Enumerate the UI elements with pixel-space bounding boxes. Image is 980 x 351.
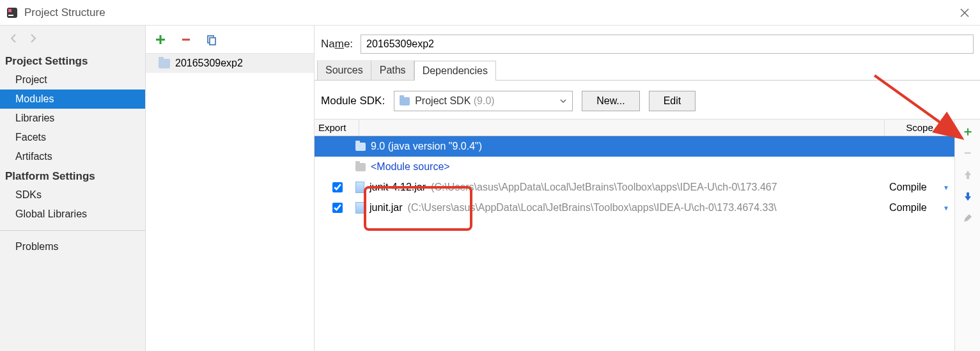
column-scope[interactable]: Scope <box>884 120 954 136</box>
dependency-row-jar[interactable]: junit-4.12.jar (C:\Users\asus\AppData\Lo… <box>315 177 954 198</box>
module-sdk-label: Module SDK: <box>321 95 385 107</box>
svg-rect-1 <box>8 9 12 12</box>
dependency-row-jar[interactable]: junit.jar (C:\Users\asus\AppData\Local\J… <box>315 198 954 218</box>
nav-item-sdks[interactable]: SDKs <box>0 185 145 205</box>
move-down-icon[interactable] <box>959 187 977 205</box>
jar-icon <box>355 182 364 193</box>
nav-item-problems[interactable]: Problems <box>0 237 145 256</box>
add-module-icon[interactable] <box>153 33 167 47</box>
scope-label[interactable]: Compile <box>889 182 927 193</box>
dependency-name: 9.0 (java version "9.0.4") <box>371 141 482 152</box>
project-structure-window: Project Structure Project Settings Proje… <box>0 0 980 351</box>
edit-sdk-button[interactable]: Edit <box>649 91 696 111</box>
add-dependency-icon[interactable]: ＋ <box>959 122 977 140</box>
nav-item-modules[interactable]: Modules <box>0 90 145 109</box>
export-checkbox[interactable] <box>332 203 343 213</box>
nav-item-global-libraries[interactable]: Global Libraries <box>0 205 145 224</box>
intellij-icon <box>5 6 19 20</box>
module-source-folder-icon <box>355 163 366 171</box>
copy-module-icon[interactable] <box>205 33 219 47</box>
svg-rect-9 <box>210 38 215 45</box>
left-nav: Project Settings Project Modules Librari… <box>0 26 146 351</box>
nav-item-facets[interactable]: Facets <box>0 128 145 147</box>
chevron-down-icon <box>559 96 567 107</box>
nav-divider <box>0 230 145 231</box>
dependency-path: (C:\Users\asus\AppData\Local\JetBrains\T… <box>408 202 777 214</box>
dependency-name: junit.jar <box>369 202 403 214</box>
chevron-down-icon[interactable]: ▼ <box>943 184 949 191</box>
name-field-label: Name: <box>321 38 353 51</box>
sdk-folder-icon <box>355 143 366 151</box>
module-list-item[interactable]: 20165309exp2 <box>146 54 314 73</box>
nav-item-artifacts[interactable]: Artifacts <box>0 147 145 166</box>
project-settings-header: Project Settings <box>0 51 145 70</box>
dependency-path: (C:\Users\asus\AppData\Local\JetBrains\T… <box>431 182 777 193</box>
tab-dependencies[interactable]: Dependencies <box>414 61 496 81</box>
module-sdk-select[interactable]: Project SDK (9.0) <box>394 91 573 111</box>
module-tabs: Sources Paths Dependencies <box>315 60 980 81</box>
nav-item-libraries[interactable]: Libraries <box>0 109 145 128</box>
module-name-input[interactable] <box>361 35 974 54</box>
dependency-row-module-source[interactable]: <Module source> <box>315 157 954 177</box>
column-export[interactable]: Export <box>315 120 359 136</box>
nav-item-project[interactable]: Project <box>0 70 145 90</box>
dependency-name: <Module source> <box>371 161 450 173</box>
module-folder-icon <box>159 59 170 68</box>
titlebar: Project Structure <box>0 0 980 26</box>
dependency-row-sdk[interactable]: 9.0 (java version "9.0.4") <box>315 136 954 157</box>
platform-settings-header: Platform Settings <box>0 166 145 185</box>
dependency-name: junit-4.12.jar <box>369 182 426 193</box>
module-list-panel: 20165309exp2 <box>146 26 315 351</box>
nav-forward-icon[interactable] <box>26 31 41 46</box>
dependencies-table: Export Scope 9.0 (java version "9.0.4") <box>315 120 954 351</box>
close-icon[interactable] <box>954 3 975 23</box>
remove-module-icon[interactable] <box>179 33 193 47</box>
jar-icon <box>355 202 364 214</box>
module-detail-panel: Name: Sources Paths Dependencies Module … <box>315 26 980 351</box>
scope-label[interactable]: Compile <box>889 202 927 214</box>
nav-back-icon[interactable] <box>6 31 22 46</box>
move-up-icon[interactable] <box>959 166 977 183</box>
export-checkbox[interactable] <box>332 182 343 192</box>
dependency-rows: 9.0 (java version "9.0.4") <Module sourc… <box>315 136 954 351</box>
remove-dependency-icon[interactable]: − <box>959 144 977 162</box>
new-sdk-button[interactable]: New... <box>582 91 639 111</box>
dependencies-header: Export Scope <box>315 120 954 136</box>
dependency-side-toolbar: ＋ − <box>954 120 980 351</box>
sdk-selected-text: Project SDK (9.0) <box>415 95 554 107</box>
edit-dependency-icon[interactable] <box>959 209 977 227</box>
tab-paths[interactable]: Paths <box>371 60 414 80</box>
window-title: Project Structure <box>24 6 105 19</box>
module-name-label: 20165309exp2 <box>175 58 243 69</box>
tab-sources[interactable]: Sources <box>317 60 371 80</box>
sdk-folder-icon <box>400 97 410 105</box>
svg-rect-2 <box>8 15 13 16</box>
chevron-down-icon[interactable]: ▼ <box>943 205 949 212</box>
